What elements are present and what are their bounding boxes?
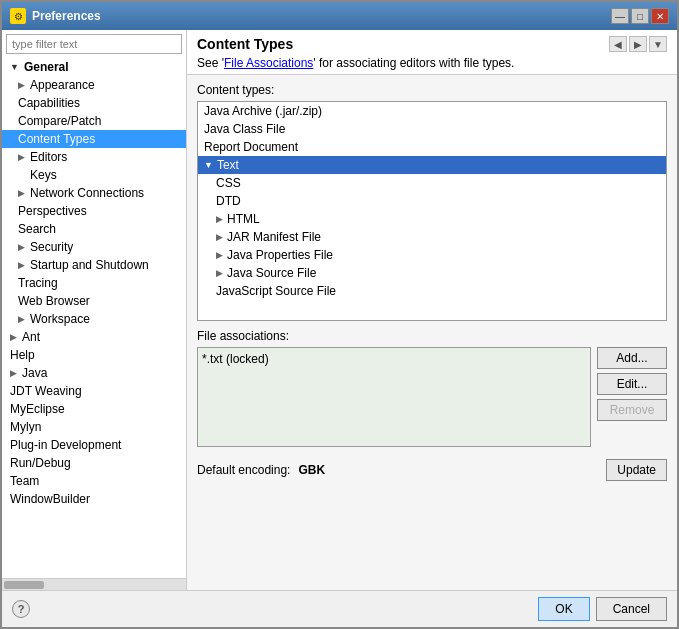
sidebar-item-help[interactable]: Help: [2, 346, 186, 364]
content-types-list[interactable]: Java Archive (.jar/.zip) Java Class File…: [197, 101, 667, 321]
ct-item-java-class[interactable]: Java Class File: [198, 120, 666, 138]
sidebar-item-label: WindowBuilder: [10, 492, 90, 506]
sidebar-item-label: Compare/Patch: [18, 114, 101, 128]
item-label: Java Class File: [204, 122, 285, 136]
sidebar-item-mylyn[interactable]: Mylyn: [2, 418, 186, 436]
sidebar-item-search[interactable]: Search: [2, 220, 186, 238]
item-label: JAR Manifest File: [227, 230, 321, 244]
sidebar-item-perspectives[interactable]: Perspectives: [2, 202, 186, 220]
right-panel: Content Types ◀ ▶ ▼ See 'File Associatio…: [187, 30, 677, 590]
ct-item-java-source[interactable]: ▶ Java Source File: [198, 264, 666, 282]
sidebar-item-myeclipse[interactable]: MyEclipse: [2, 400, 186, 418]
expand-arrow: ▶: [18, 260, 25, 270]
ok-button[interactable]: OK: [538, 597, 589, 621]
sidebar-item-label: Workspace: [30, 312, 90, 326]
ct-item-javascript-source[interactable]: JavaScript Source File: [198, 282, 666, 300]
sidebar-item-network-connections[interactable]: ▶ Network Connections: [2, 184, 186, 202]
sidebar-item-security[interactable]: ▶ Security: [2, 238, 186, 256]
sidebar-item-compare-patch[interactable]: Compare/Patch: [2, 112, 186, 130]
sidebar-item-label: Appearance: [30, 78, 95, 92]
app-icon: ⚙: [10, 8, 26, 24]
ct-item-jar-manifest[interactable]: ▶ JAR Manifest File: [198, 228, 666, 246]
item-label: Java Properties File: [227, 248, 333, 262]
remove-button[interactable]: Remove: [597, 399, 667, 421]
sidebar-item-label: JDT Weaving: [10, 384, 82, 398]
filter-input[interactable]: [6, 34, 182, 54]
sidebar-item-run-debug[interactable]: Run/Debug: [2, 454, 186, 472]
sidebar-item-tracing[interactable]: Tracing: [2, 274, 186, 292]
edit-button[interactable]: Edit...: [597, 373, 667, 395]
sidebar-item-appearance[interactable]: ▶ Appearance: [2, 76, 186, 94]
expand-arrow: ▶: [216, 232, 223, 242]
sidebar-item-general[interactable]: ▼ General: [2, 58, 186, 76]
toolbar: ◀ ▶ ▼: [607, 36, 667, 52]
horizontal-scrollbar[interactable]: [2, 578, 186, 590]
sidebar-item-label: Keys: [30, 168, 57, 182]
ct-item-dtd[interactable]: DTD: [198, 192, 666, 210]
ct-item-html[interactable]: ▶ HTML: [198, 210, 666, 228]
file-assoc-list[interactable]: *.txt (locked): [197, 347, 591, 447]
sidebar-item-workspace[interactable]: ▶ Workspace: [2, 310, 186, 328]
file-assoc-label: File associations:: [197, 329, 667, 343]
ct-item-java-archive[interactable]: Java Archive (.jar/.zip): [198, 102, 666, 120]
sidebar-item-editors[interactable]: ▶ Editors: [2, 148, 186, 166]
title-bar: ⚙ Preferences — □ ✕: [2, 2, 677, 30]
right-header: Content Types ◀ ▶ ▼ See 'File Associatio…: [187, 30, 677, 75]
ct-item-report-document[interactable]: Report Document: [198, 138, 666, 156]
ct-item-text[interactable]: ▼ Text: [198, 156, 666, 174]
sidebar-item-java[interactable]: ▶ Java: [2, 364, 186, 382]
back-button[interactable]: ◀: [609, 36, 627, 52]
file-assoc-item[interactable]: *.txt (locked): [202, 352, 586, 366]
encoding-value: GBK: [298, 463, 325, 477]
sidebar-item-label: Team: [10, 474, 39, 488]
sidebar-item-label: Content Types: [18, 132, 95, 146]
sidebar-item-team[interactable]: Team: [2, 472, 186, 490]
close-button[interactable]: ✕: [651, 8, 669, 24]
sidebar-item-label: Network Connections: [30, 186, 144, 200]
ct-item-java-properties[interactable]: ▶ Java Properties File: [198, 246, 666, 264]
cancel-button[interactable]: Cancel: [596, 597, 667, 621]
preferences-dialog: ⚙ Preferences — □ ✕ ▼ General ▶ Appearan…: [0, 0, 679, 629]
item-label: HTML: [227, 212, 260, 226]
sidebar-item-label: Capabilities: [18, 96, 80, 110]
sidebar-item-windowbuilder[interactable]: WindowBuilder: [2, 490, 186, 508]
sidebar-item-plugin-development[interactable]: Plug-in Development: [2, 436, 186, 454]
ct-item-css[interactable]: CSS: [198, 174, 666, 192]
expand-arrow: ▶: [18, 152, 25, 162]
expand-arrow: ▶: [18, 188, 25, 198]
dialog-content: ▼ General ▶ Appearance Capabilities Comp…: [2, 30, 677, 590]
item-label: JavaScript Source File: [216, 284, 336, 298]
sidebar-item-label: Ant: [22, 330, 40, 344]
content-types-label: Content types:: [197, 83, 667, 97]
sidebar-item-label: Search: [18, 222, 56, 236]
sidebar-item-label: Perspectives: [18, 204, 87, 218]
sidebar-item-label: Mylyn: [10, 420, 41, 434]
sidebar-item-label: General: [24, 60, 69, 74]
help-button[interactable]: ?: [12, 600, 30, 618]
right-body: Content types: Java Archive (.jar/.zip) …: [187, 75, 677, 590]
sidebar-item-web-browser[interactable]: Web Browser: [2, 292, 186, 310]
file-assoc-row: *.txt (locked) Add... Edit... Remove: [197, 347, 667, 447]
dropdown-button[interactable]: ▼: [649, 36, 667, 52]
minimize-button[interactable]: —: [611, 8, 629, 24]
sidebar-item-startup-shutdown[interactable]: ▶ Startup and Shutdown: [2, 256, 186, 274]
item-label: CSS: [216, 176, 241, 190]
sidebar-item-content-types[interactable]: Content Types: [2, 130, 186, 148]
expand-arrow: ▶: [216, 214, 223, 224]
sidebar-item-label: Tracing: [18, 276, 58, 290]
file-associations-link[interactable]: File Associations: [224, 56, 313, 70]
panel-title: Content Types: [197, 36, 293, 52]
sidebar-item-label: Startup and Shutdown: [30, 258, 149, 272]
sidebar-item-ant[interactable]: ▶ Ant: [2, 328, 186, 346]
sidebar-item-jdt-weaving[interactable]: JDT Weaving: [2, 382, 186, 400]
expand-arrow: ▶: [216, 268, 223, 278]
add-button[interactable]: Add...: [597, 347, 667, 369]
file-assoc-buttons: Add... Edit... Remove: [597, 347, 667, 447]
expand-arrow: ▼: [10, 62, 19, 72]
sidebar-item-keys[interactable]: Keys: [2, 166, 186, 184]
update-button[interactable]: Update: [606, 459, 667, 481]
forward-button[interactable]: ▶: [629, 36, 647, 52]
maximize-button[interactable]: □: [631, 8, 649, 24]
window-title: Preferences: [32, 9, 101, 23]
sidebar-item-capabilities[interactable]: Capabilities: [2, 94, 186, 112]
